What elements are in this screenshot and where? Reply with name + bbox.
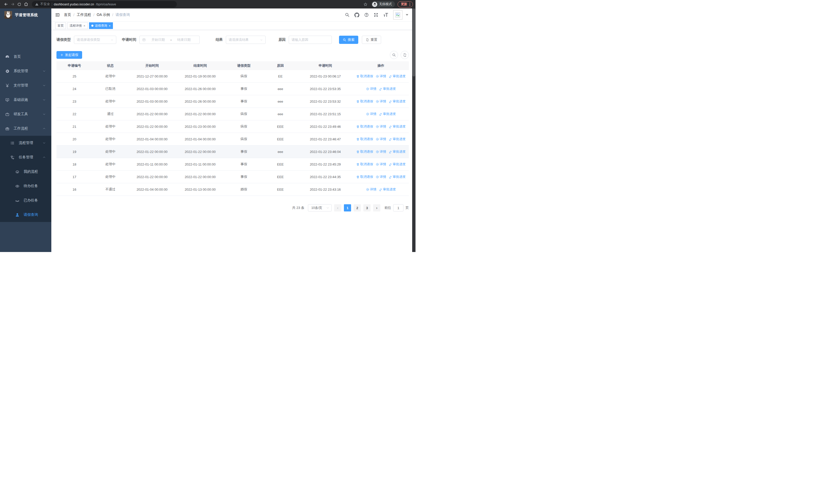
browser-menu-dots-icon[interactable] [409, 3, 410, 6]
refresh-table-button[interactable] [401, 51, 409, 59]
not-secure-warning-icon[interactable] [35, 3, 38, 6]
detail-action-link[interactable]: 详情 [376, 162, 386, 167]
detail-action-link[interactable]: 详情 [376, 175, 386, 179]
reset-button[interactable]: 重置 [362, 36, 381, 44]
page-size-select[interactable]: 10条/页 [308, 204, 332, 211]
progress-action-link[interactable]: 审批进度 [389, 74, 406, 79]
edit-icon [379, 112, 382, 116]
cancel-action-link[interactable]: 取消请假 [356, 150, 373, 154]
bookmark-star-icon[interactable] [362, 1, 369, 8]
tab-首页[interactable]: 首页 [55, 22, 66, 29]
progress-action-link[interactable]: 审批进度 [379, 87, 396, 91]
cancel-action-link[interactable]: 取消请假 [356, 99, 373, 104]
action-label: 审批进度 [393, 150, 406, 154]
sidebar-collapse-icon[interactable] [55, 12, 60, 17]
sidebar-item-系统管理[interactable]: 系统管理 [0, 64, 51, 78]
sidebar-item-label: 请假查询 [24, 212, 38, 217]
search-button[interactable]: 搜索 [339, 36, 358, 44]
sidebar-item-已办任务[interactable]: 已办任务 [0, 193, 51, 208]
avatar-dropdown-caret-icon[interactable] [406, 14, 408, 16]
edit-icon [389, 175, 392, 179]
sidebar-item-请假查询[interactable]: 请假查询 [0, 208, 51, 222]
sidebar-item-待办任务[interactable]: 待办任务 [0, 179, 51, 193]
sidebar-item-首页[interactable]: 首页 [0, 50, 51, 64]
table-row: 25处理中2021-12-27 00:00:002022-01-19 00:00… [56, 70, 409, 83]
sidebar-item-label: 研发工具 [13, 112, 28, 117]
apply-time-range-picker[interactable]: 开始日期 - 结束日期 [139, 36, 200, 44]
browser-reload-icon[interactable] [16, 1, 23, 8]
toolbox-icon [5, 126, 9, 131]
table-row: 19处理中2022-01-22 00:00:002022-01-22 00:00… [56, 146, 409, 158]
detail-action-link[interactable]: 详情 [366, 187, 376, 192]
cancel-action-link[interactable]: 取消请假 [356, 162, 373, 167]
action-label: 取消请假 [360, 74, 373, 79]
create-leave-button[interactable]: 发起请假 [56, 51, 82, 59]
tab-流程详情[interactable]: 流程详情× [67, 22, 88, 29]
result-select[interactable]: 请选择流结果 [226, 36, 266, 44]
progress-action-link[interactable]: 审批进度 [389, 162, 406, 167]
next-page-button[interactable]: › [373, 204, 380, 211]
cancel-action-link[interactable]: 取消请假 [356, 137, 373, 141]
sidebar-item-支付管理[interactable]: 支付管理 [0, 78, 51, 93]
search-icon [343, 38, 346, 41]
github-icon[interactable] [354, 12, 359, 18]
cell-status: 处理中 [92, 175, 128, 179]
progress-action-link[interactable]: 审批进度 [389, 175, 406, 179]
edit-icon [379, 188, 382, 191]
sidebar: 芋道管理系统 首页系统管理支付管理基础设施研发工具工作流程流程管理任务管理我的流… [0, 8, 51, 252]
progress-action-link[interactable]: 审批进度 [379, 187, 396, 192]
sidebar-item-基础设施[interactable]: 基础设施 [0, 93, 51, 107]
chevron-up-icon [42, 156, 46, 159]
detail-action-link[interactable]: 详情 [366, 112, 376, 116]
scrollbar-thumb[interactable] [412, 8, 415, 77]
browser-forward-icon[interactable] [9, 1, 16, 8]
cell-apply-id: 23 [56, 99, 92, 103]
breadcrumb-item[interactable]: OA 示例 [97, 12, 110, 17]
toggle-search-button[interactable] [390, 51, 398, 59]
browser-scrollbar[interactable] [412, 8, 416, 252]
progress-action-link[interactable]: 审批进度 [379, 112, 396, 116]
close-icon[interactable]: × [83, 24, 85, 28]
cancel-action-link[interactable]: 取消请假 [356, 175, 373, 179]
sidebar-item-label: 待办任务 [24, 184, 38, 188]
eye-closed-icon [15, 198, 20, 203]
address-bar[interactable]: 不安全 dashboard.yudao.iocoder.cn/bpm/oa/le… [32, 1, 177, 7]
progress-action-link[interactable]: 审批进度 [389, 137, 406, 141]
progress-action-link[interactable]: 审批进度 [389, 99, 406, 104]
page-button-2[interactable]: 2 [354, 204, 361, 211]
page-button-3[interactable]: 3 [364, 204, 371, 211]
breadcrumb-item[interactable]: 首页 [64, 12, 71, 17]
sidebar-item-任务管理[interactable]: 任务管理 [0, 150, 51, 165]
cancel-action-link[interactable]: 取消请假 [356, 74, 373, 79]
app-logo[interactable]: 芋道管理系统 [0, 8, 51, 21]
tab-请假查询[interactable]: 请假查询× [89, 22, 113, 29]
sidebar-item-研发工具[interactable]: 研发工具 [0, 107, 51, 121]
reason-input[interactable]: 请输入原因 [289, 36, 332, 44]
detail-action-link[interactable]: 详情 [376, 99, 386, 104]
close-icon[interactable]: × [109, 24, 111, 28]
browser-home-icon[interactable] [23, 1, 29, 8]
prev-page-button[interactable]: ‹ [334, 204, 341, 211]
progress-action-link[interactable]: 审批进度 [389, 124, 406, 129]
search-icon[interactable] [345, 12, 349, 17]
detail-action-link[interactable]: 详情 [376, 150, 386, 154]
help-icon[interactable] [364, 12, 369, 17]
leave-type-select[interactable]: 请选择请假类型 [74, 36, 116, 44]
progress-action-link[interactable]: 审批进度 [389, 150, 406, 154]
detail-action-link[interactable]: 详情 [376, 74, 386, 79]
sidebar-item-我的流程[interactable]: 我的流程 [0, 165, 51, 179]
breadcrumb-item[interactable]: 工作流程 [77, 12, 91, 17]
font-size-icon[interactable] [383, 12, 388, 17]
browser-back-icon[interactable] [3, 1, 9, 8]
sidebar-item-工作流程[interactable]: 工作流程 [0, 121, 51, 136]
cancel-action-link[interactable]: 取消请假 [356, 124, 373, 129]
detail-action-link[interactable]: 详情 [376, 137, 386, 141]
sidebar-item-流程管理[interactable]: 流程管理 [0, 136, 51, 150]
browser-update-button[interactable]: 更新 [398, 1, 413, 7]
fullscreen-icon[interactable] [374, 12, 378, 17]
detail-action-link[interactable]: 详情 [366, 87, 376, 91]
user-avatar-broken-image[interactable] [393, 10, 402, 20]
goto-page-input[interactable]: 1 [393, 204, 403, 211]
detail-action-link[interactable]: 详情 [376, 124, 386, 129]
page-button-1[interactable]: 1 [344, 204, 351, 211]
